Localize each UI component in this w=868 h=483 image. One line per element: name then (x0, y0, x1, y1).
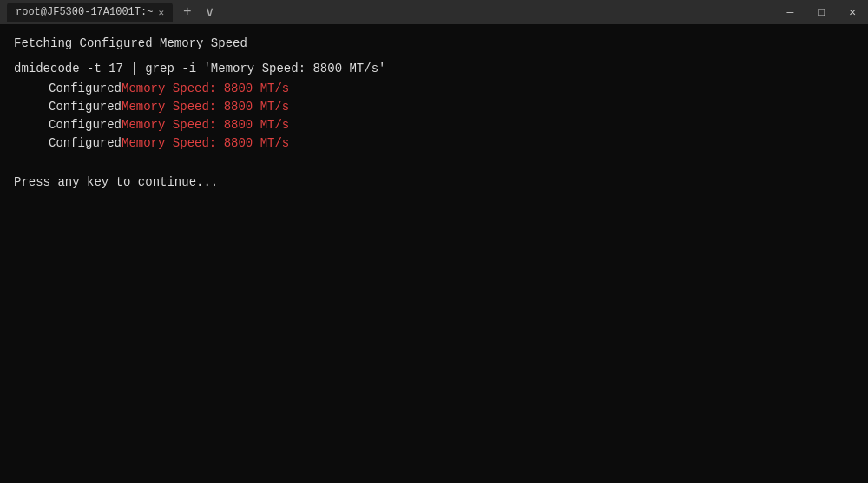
title-bar: root@JF5300-17A1001T:~ ✕ + ∨ — □ ✕ (0, 0, 868, 24)
press-any-key-line: Press any key to continue... (14, 173, 854, 192)
result-value-1: Memory Speed: 8800 MT/s (122, 80, 289, 98)
result-row-4: Configured Memory Speed: 8800 MT/s (49, 134, 854, 153)
terminal-cmd-line: dmidecode -t 17 | grep -i 'Memory Speed:… (14, 60, 854, 78)
terminal-tab[interactable]: root@JF5300-17A1001T:~ ✕ (7, 3, 173, 22)
result-row-2: Configured Memory Speed: 8800 MT/s (49, 98, 854, 116)
window-close-button[interactable]: ✕ (844, 3, 861, 21)
result-label-4: Configured (49, 134, 122, 153)
result-value-2: Memory Speed: 8800 MT/s (122, 98, 289, 116)
tab-label: root@JF5300-17A1001T:~ (16, 6, 153, 18)
result-row-3: Configured Memory Speed: 8800 MT/s (49, 116, 854, 134)
new-tab-button[interactable]: + (180, 4, 195, 20)
result-label-2: Configured (49, 98, 122, 116)
result-value-3: Memory Speed: 8800 MT/s (122, 116, 289, 134)
result-row-1: Configured Memory Speed: 8800 MT/s (49, 80, 854, 98)
result-value-4: Memory Speed: 8800 MT/s (122, 134, 289, 153)
minimize-button[interactable]: — (782, 4, 799, 21)
terminal-line-1: Fetching Configured Memory Speed (14, 35, 854, 53)
result-label-1: Configured (49, 80, 122, 98)
terminal-body[interactable]: Fetching Configured Memory Speed dmideco… (0, 24, 868, 483)
maximize-button[interactable]: □ (812, 4, 830, 21)
window-controls: — □ ✕ (782, 3, 861, 21)
tab-close-button[interactable]: ✕ (158, 7, 164, 18)
tab-dropdown-button[interactable]: ∨ (202, 3, 218, 21)
title-bar-left: root@JF5300-17A1001T:~ ✕ + ∨ (7, 3, 217, 22)
result-label-3: Configured (49, 116, 122, 134)
